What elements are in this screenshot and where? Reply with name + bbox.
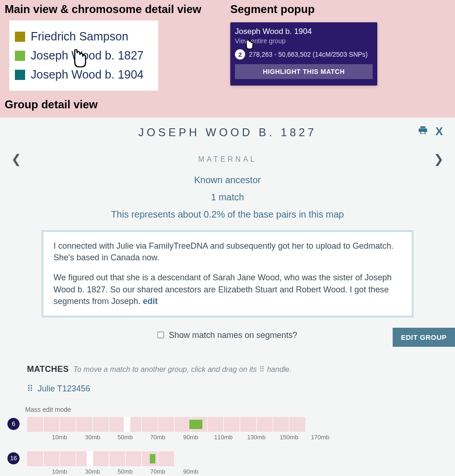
axis-label: 170mb (311, 434, 329, 441)
matches-hint: To move a match to another group, click … (74, 365, 292, 374)
axis-label: 30mb (85, 434, 100, 441)
color-swatch (15, 51, 25, 61)
chromosome-row: 1610mb30mb50mb70mb90mb (7, 451, 448, 476)
matches-heading: MATCHES (27, 364, 69, 374)
drag-handle-icon[interactable]: ⠿ (27, 384, 33, 393)
dna-segment[interactable] (150, 454, 155, 463)
legend-label: Joseph Wood b. 1827 (31, 49, 144, 62)
axis-label: 50mb (118, 434, 133, 441)
drag-handle-icon: ⠿ (259, 365, 265, 373)
segment-popup: Joseph Wood b. 1904 View entire group 2 … (230, 22, 377, 86)
legend-item-friedrich[interactable]: Friedrich Sampson (15, 27, 150, 46)
color-swatch (15, 70, 25, 80)
segment-coords: 278,263 - 50,663,502 (14cM/2503 SNPs) (249, 51, 368, 58)
chromosome-axis: 10mb30mb50mb70mb90mb110mb130mb150mb170mb (27, 434, 305, 443)
side-label: MATERNAL (198, 155, 257, 164)
heading-group-detail: Group detail view (0, 94, 455, 118)
show-names-text: Show match names on segments? (169, 331, 297, 340)
group-notes: I connected with Julie via FamilyTreeDNA… (41, 230, 414, 317)
edit-group-button[interactable]: EDIT GROUP (393, 328, 455, 347)
color-swatch (15, 32, 25, 42)
note-paragraph: We figured out that she is a descendant … (54, 272, 401, 307)
highlight-match-button[interactable]: HIGHLIGHT THIS MATCH (235, 64, 373, 79)
heading-popup: Segment popup (230, 3, 450, 16)
chromosome-number-badge: 16 (7, 452, 20, 464)
chromosome-track[interactable] (27, 417, 305, 432)
percent-line: This represents about 0.2% of the base p… (7, 209, 448, 220)
legend-item-joseph-1827[interactable]: Joseph Wood b. 1827 (15, 46, 150, 65)
edit-notes-link[interactable]: edit (143, 297, 158, 306)
chromosome-track[interactable] (27, 451, 174, 466)
axis-label: 10mb (52, 468, 67, 475)
match-name-link[interactable]: Julie T123456 (38, 384, 90, 393)
chromosome-number-badge: 6 (7, 418, 20, 430)
show-names-label[interactable]: Show match names on segments? (158, 331, 297, 340)
dna-segment[interactable] (189, 420, 202, 429)
next-group-button[interactable]: ❯ (430, 152, 448, 166)
axis-label: 110mb (214, 434, 233, 441)
heading-main: Main view & chromosome detail view (5, 3, 221, 16)
match-count: 1 match (7, 192, 448, 203)
axis-label: 130mb (247, 434, 266, 441)
axis-label: 50mb (118, 468, 133, 475)
group-legend: Friedrich Sampson Joseph Wood b. 1827 Jo… (9, 20, 158, 91)
match-row: ⠿ Julie T123456 (27, 383, 448, 394)
mass-edit-mode-link[interactable]: Mass edit mode (25, 406, 71, 413)
show-names-checkbox[interactable] (157, 331, 164, 338)
axis-label: 90mb (183, 468, 199, 475)
axis-label: 90mb (183, 434, 199, 441)
axis-label: 150mb (280, 434, 298, 441)
axis-label: 30mb (85, 468, 100, 475)
legend-item-joseph-1904[interactable]: Joseph Wood b. 1904 (15, 65, 150, 84)
axis-label: 70mb (150, 434, 166, 441)
view-entire-group-link[interactable]: View entire group (235, 37, 286, 45)
prev-group-button[interactable]: ❮ (7, 152, 25, 166)
close-icon[interactable]: X (435, 125, 443, 138)
print-icon[interactable] (418, 125, 428, 138)
popup-group-name: Joseph Wood b. 1904 (235, 27, 373, 36)
note-paragraph: I connected with Julie via FamilyTreeDNA… (54, 240, 401, 264)
chromosome-row: 610mb30mb50mb70mb90mb110mb130mb150mb170m… (7, 417, 448, 443)
axis-label: 10mb (52, 434, 67, 441)
known-ancestor: Known ancestor (7, 175, 448, 185)
legend-label: Joseph Wood b. 1904 (31, 68, 144, 81)
group-title: JOSEPH WOOD B. 1827 (138, 126, 316, 139)
chromosome-badge: 2 (235, 49, 245, 60)
legend-label: Friedrich Sampson (31, 30, 128, 43)
axis-label: 70mb (150, 468, 166, 475)
chromosome-axis: 10mb30mb50mb70mb90mb (27, 468, 174, 476)
